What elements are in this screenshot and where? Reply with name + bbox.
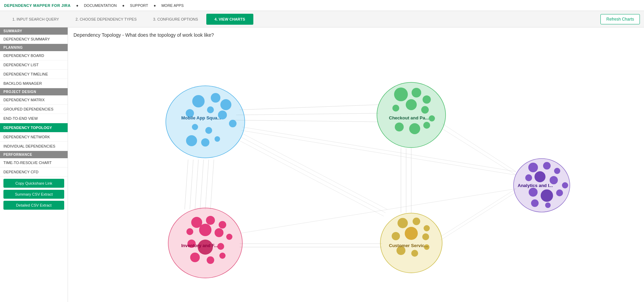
svg-point-55 — [199, 224, 211, 236]
svg-point-87 — [531, 199, 539, 207]
svg-point-84 — [529, 188, 538, 197]
svg-point-71 — [422, 233, 429, 240]
svg-point-39 — [394, 88, 408, 101]
svg-point-78 — [543, 162, 551, 170]
step-2[interactable]: 2. CHOOSE DEPENDENCY TYPES — [67, 17, 145, 21]
topology-chart: Mobile App Squa... Checkout and Pa... — [68, 41, 644, 302]
svg-line-2 — [233, 120, 379, 122]
svg-point-34 — [186, 135, 197, 146]
nav-dot-2: ● — [122, 3, 125, 8]
svg-point-48 — [423, 122, 430, 129]
svg-line-5 — [195, 160, 198, 209]
svg-text:Inventory and F...: Inventory and F... — [181, 243, 218, 248]
step-1[interactable]: 1. INPUT SEARCH QUERY — [4, 17, 67, 21]
svg-point-63 — [219, 253, 226, 259]
nav-dot-3: ● — [154, 3, 156, 8]
svg-point-46 — [395, 123, 404, 131]
main-layout: SUMMARY DEPENDENCY SUMMARY PLANNING DEPE… — [0, 27, 644, 302]
svg-point-61 — [190, 253, 200, 262]
svg-point-67 — [413, 218, 420, 225]
sidebar-item-dependency-timeline[interactable]: DEPENDENCY TIMELINE — [0, 70, 68, 79]
svg-point-77 — [528, 163, 538, 172]
svg-point-54 — [186, 228, 193, 235]
top-navigation: DEPENDENCY MAPPER FOR JIRA ● DOCUMENTATI… — [0, 0, 644, 11]
svg-point-57 — [226, 234, 232, 240]
svg-line-10 — [241, 137, 386, 213]
svg-point-83 — [562, 182, 568, 188]
svg-point-66 — [398, 218, 408, 228]
nav-documentation[interactable]: DOCUMENTATION — [84, 3, 117, 8]
chart-title: Dependency Topology - What does the topo… — [68, 27, 644, 40]
nav-more-apps[interactable]: MORE APPS — [161, 3, 184, 8]
svg-point-60 — [217, 243, 224, 250]
svg-line-12 — [241, 130, 516, 175]
svg-point-68 — [424, 225, 430, 231]
svg-line-11 — [243, 134, 387, 209]
sidebar-item-backlog-manager[interactable]: BACKLOG MANAGER — [0, 79, 68, 88]
sidebar-item-end-to-end[interactable]: END-TO-END VIEW — [0, 114, 68, 123]
refresh-charts-button[interactable]: Refresh Charts — [600, 14, 640, 24]
svg-point-62 — [207, 256, 214, 264]
svg-point-32 — [192, 124, 198, 130]
svg-line-9 — [240, 141, 384, 216]
svg-line-3 — [185, 160, 188, 209]
step-3[interactable]: 3. CONFIGURE OPTIONS — [145, 17, 206, 21]
svg-point-80 — [525, 174, 532, 181]
svg-line-22 — [440, 189, 516, 237]
nav-support[interactable]: SUPPORT — [130, 3, 148, 8]
svg-text:Customer Servic...: Customer Servic... — [389, 243, 428, 248]
section-summary: SUMMARY — [0, 27, 68, 35]
chart-area: Dependency Topology - What does the topo… — [68, 27, 644, 302]
svg-point-44 — [421, 106, 429, 114]
step-4[interactable]: 4. VIEW CHARTS — [206, 14, 253, 25]
svg-line-0 — [240, 105, 379, 110]
sidebar-item-dependency-network[interactable]: DEPENDENCY NETWORK — [0, 132, 68, 142]
svg-point-31 — [229, 120, 237, 127]
svg-line-1 — [236, 113, 379, 115]
sidebar-item-dependency-summary[interactable]: DEPENDENCY SUMMARY — [0, 35, 68, 44]
svg-point-56 — [215, 228, 223, 237]
sidebar-item-dependency-topology[interactable]: DEPENDENCY TOPOLOGY — [0, 123, 68, 132]
section-planning: PLANNING — [0, 44, 68, 51]
svg-point-85 — [541, 189, 553, 202]
svg-point-69 — [392, 232, 400, 240]
svg-line-6 — [200, 160, 204, 209]
svg-line-7 — [205, 160, 209, 209]
svg-point-42 — [392, 105, 399, 112]
svg-point-88 — [545, 202, 551, 208]
summary-csv-button[interactable]: Summary CSV Extract — [3, 190, 64, 199]
svg-line-4 — [190, 160, 193, 209]
svg-line-8 — [210, 160, 214, 209]
svg-point-79 — [554, 168, 560, 174]
svg-point-73 — [411, 250, 418, 257]
sidebar-item-dependency-matrix[interactable]: DEPENDENCY MATRIX — [0, 95, 68, 105]
sidebar-item-dependency-cfd[interactable]: DEPENDENCY CFD — [0, 167, 68, 177]
sidebar-item-dependency-list[interactable]: DEPENDENCY LIST — [0, 60, 68, 70]
svg-text:Mobile App Squa...: Mobile App Squa... — [181, 115, 221, 120]
svg-point-43 — [406, 99, 417, 110]
sidebar-item-grouped-dependencies[interactable]: GROUPED DEPENDENCIES — [0, 105, 68, 114]
svg-point-53 — [219, 221, 226, 229]
svg-text:Checkout and Pa...: Checkout and Pa... — [389, 115, 429, 120]
svg-point-27 — [220, 99, 231, 110]
svg-point-25 — [192, 95, 205, 107]
svg-point-41 — [423, 95, 431, 104]
svg-point-40 — [412, 88, 421, 97]
svg-point-81 — [534, 171, 545, 182]
svg-point-47 — [409, 123, 420, 134]
step-bar: 1. INPUT SEARCH QUERY 2. CHOOSE DEPENDEN… — [0, 11, 644, 27]
detailed-csv-button[interactable]: Detailed CSV Extract — [3, 201, 64, 210]
svg-text:Analytics and I...: Analytics and I... — [518, 183, 553, 188]
svg-point-29 — [207, 106, 214, 113]
svg-point-70 — [405, 227, 418, 240]
nav-dot-1: ● — [76, 3, 79, 8]
copy-quickshare-button[interactable]: Copy Quickshare Link — [3, 179, 64, 188]
svg-line-21 — [240, 189, 516, 233]
sidebar-item-individual-dependencies[interactable]: INDIVIDUAL DEPENDENCIES — [0, 142, 68, 151]
svg-line-18 — [442, 129, 516, 175]
sidebar-item-time-to-resolve[interactable]: TIME-TO-RESOLVE CHART — [0, 158, 68, 167]
sidebar-item-dependency-board[interactable]: DEPENDENCY BOARD — [0, 51, 68, 60]
section-project-design: PROJECT DESIGN — [0, 88, 68, 95]
svg-line-23 — [440, 192, 516, 240]
svg-point-26 — [211, 93, 220, 103]
